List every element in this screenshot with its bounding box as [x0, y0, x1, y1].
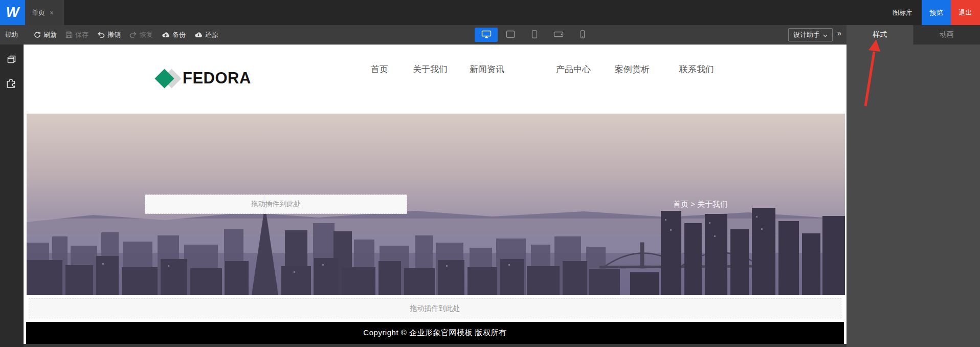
- help-button[interactable]: 帮助: [0, 30, 25, 39]
- top-bar: W 单页 × 图标库 预览 退出: [0, 0, 980, 25]
- topbar-actions: 图标库 预览 退出: [883, 0, 980, 25]
- body-plugin-dropzone[interactable]: 拖动插件到此处: [29, 298, 841, 318]
- nav-news[interactable]: 新闻资讯: [470, 63, 504, 75]
- pad-portrait-icon: [529, 30, 540, 40]
- refresh-button[interactable]: 刷新: [34, 30, 57, 39]
- puzzle-icon: [6, 77, 18, 91]
- annotation-arrow: [847, 25, 980, 347]
- breadcrumb: 首页 > 关于我们: [673, 194, 728, 214]
- pages-icon: [6, 53, 18, 68]
- page-tab-close-icon[interactable]: ×: [50, 9, 54, 17]
- app-logo-button[interactable]: W: [0, 0, 25, 25]
- chevron-down-icon: [823, 31, 828, 39]
- pad-landscape-icon: [505, 30, 516, 40]
- editor-canvas: FEDORA 首页 关于我们 新闻资讯 产品中心 案例赏析 联系我们: [24, 45, 847, 347]
- device-desktop-button[interactable]: [475, 28, 498, 42]
- nav-cases[interactable]: 案例赏析: [615, 63, 650, 75]
- page-tab[interactable]: 单页 ×: [25, 0, 64, 25]
- cloud-upload-icon: [162, 31, 170, 38]
- nav-products[interactable]: 产品中心: [556, 63, 591, 75]
- app-window: W 单页 × 图标库 预览 退出 帮助 刷新: [0, 0, 980, 347]
- icon-library-button[interactable]: 图标库: [883, 0, 922, 25]
- page-tab-label: 单页: [32, 8, 45, 17]
- nav-contact[interactable]: 联系我们: [679, 63, 714, 75]
- backup-button[interactable]: 备份: [162, 30, 186, 39]
- site-logo-text: FEDORA: [183, 69, 251, 88]
- tab-animation[interactable]: 动画: [913, 25, 980, 45]
- hero-banner[interactable]: 拖动插件到此处 首页 > 关于我们: [27, 114, 845, 295]
- site-header: FEDORA 首页 关于我们 新闻资讯 产品中心 案例赏析 联系我们: [24, 45, 847, 114]
- device-phone-landscape-button[interactable]: [547, 28, 570, 42]
- design-assistant-button[interactable]: 设计助手: [788, 28, 833, 41]
- nav-home[interactable]: 首页: [371, 63, 388, 75]
- site-logo: FEDORA: [151, 67, 253, 91]
- right-panel: 样式 动画: [847, 25, 980, 347]
- device-pad-portrait-button[interactable]: [523, 28, 546, 42]
- app-logo-letter: W: [6, 5, 19, 20]
- save-button[interactable]: 保存: [65, 30, 88, 39]
- tab-style[interactable]: 样式: [847, 25, 913, 45]
- save-icon: [65, 31, 73, 38]
- device-phone-portrait-button[interactable]: [571, 28, 594, 42]
- phone-landscape-icon: [553, 30, 564, 40]
- spacer: [24, 295, 847, 298]
- toolbar: 帮助 刷新 保存: [0, 25, 847, 45]
- site-footer: Copyright © 企业形象官网模板 版权所有: [26, 322, 844, 344]
- left-sidebar: [0, 45, 24, 347]
- phone-portrait-icon: [577, 30, 588, 40]
- redo-button[interactable]: 恢复: [129, 30, 153, 39]
- nav-about[interactable]: 关于我们: [413, 63, 448, 75]
- pages-panel-button[interactable]: [0, 49, 24, 72]
- site-page: FEDORA 首页 关于我们 新闻资讯 产品中心 案例赏析 联系我们: [24, 45, 847, 344]
- restore-button[interactable]: 还原: [194, 30, 218, 39]
- hero-plugin-dropzone[interactable]: 拖动插件到此处: [145, 194, 407, 214]
- panel-tabs: 样式 动画: [847, 25, 980, 45]
- plugins-panel-button[interactable]: [0, 72, 24, 96]
- undo-button[interactable]: 撤销: [97, 30, 121, 39]
- device-pad-landscape-button[interactable]: [499, 28, 522, 42]
- preview-button[interactable]: 预览: [922, 0, 951, 25]
- panel-collapse-button[interactable]: »: [837, 29, 841, 37]
- cloud-download-icon: [194, 31, 203, 38]
- desktop-icon: [481, 30, 492, 40]
- undo-icon: [97, 31, 105, 38]
- redo-icon: [129, 31, 137, 38]
- spacer: [24, 318, 847, 322]
- exit-button[interactable]: 退出: [951, 0, 980, 25]
- refresh-icon: [34, 31, 41, 38]
- device-preview-switcher: [475, 28, 594, 42]
